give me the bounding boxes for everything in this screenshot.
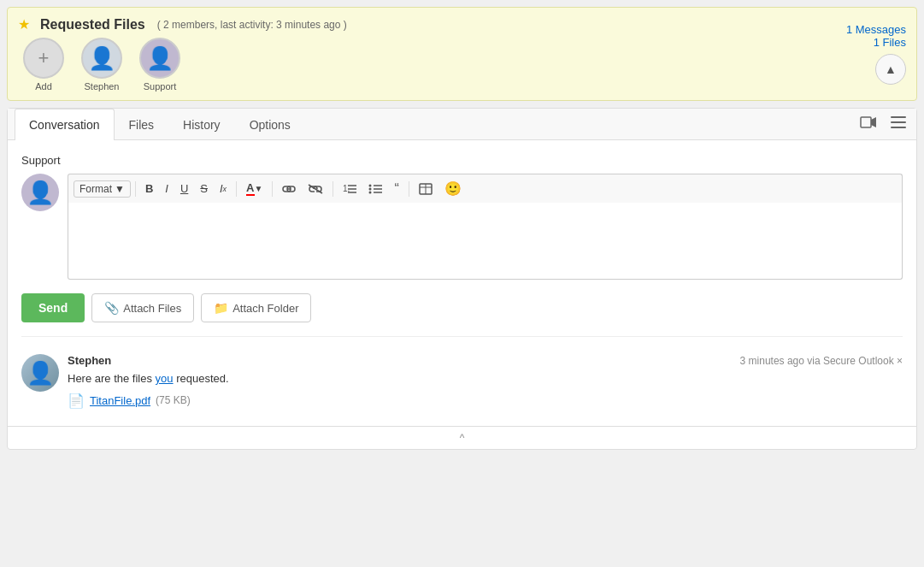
text-color-button[interactable]: A ▼ bbox=[241, 179, 268, 198]
send-button[interactable]: Send bbox=[21, 293, 85, 322]
underline-button[interactable]: U bbox=[175, 180, 193, 198]
attach-files-button[interactable]: 📎 Attach Files bbox=[91, 293, 194, 322]
camera-icon-button[interactable] bbox=[856, 113, 880, 135]
stephen-label: Stephen bbox=[85, 81, 120, 92]
group-title-row: ★ Requested Files ( 2 members, last acti… bbox=[18, 16, 347, 32]
bold-button[interactable]: B bbox=[140, 180, 158, 198]
svg-point-12 bbox=[369, 187, 372, 190]
message-meta: 3 minutes ago via Secure Outlook × bbox=[740, 355, 903, 367]
message-link[interactable]: you bbox=[156, 372, 174, 385]
bottom-arrow-icon: ^ bbox=[460, 432, 465, 444]
stephen-figure-icon: 👤 bbox=[88, 45, 115, 72]
star-icon: ★ bbox=[18, 16, 30, 32]
stephen-avatar[interactable]: 👤 bbox=[81, 38, 122, 79]
support-label: Support bbox=[144, 81, 177, 92]
paperclip-icon: 📎 bbox=[104, 301, 119, 315]
svg-rect-3 bbox=[891, 121, 906, 123]
message-editor[interactable] bbox=[68, 203, 903, 280]
group-header-right: 1 Messages 1 Files ▲ bbox=[846, 23, 906, 85]
color-chevron-icon: ▼ bbox=[255, 184, 263, 193]
tabs-left: Conversation Files History Options bbox=[15, 109, 305, 139]
action-buttons: Send 📎 Attach Files 📁 Attach Folder bbox=[21, 293, 903, 322]
link-button[interactable] bbox=[277, 182, 301, 196]
member-support[interactable]: 👤 Support bbox=[134, 38, 185, 92]
italic-button[interactable]: I bbox=[160, 180, 174, 198]
message-text: Here are the files you requested. bbox=[68, 370, 903, 387]
format-dropdown-button[interactable]: Format ▼ bbox=[74, 180, 131, 198]
clear-format-button[interactable]: Ix bbox=[215, 180, 232, 198]
support-avatar[interactable]: 👤 bbox=[139, 38, 180, 79]
tabs-right bbox=[856, 113, 909, 135]
attach-files-label: Attach Files bbox=[123, 302, 181, 315]
toolbar-sep-5 bbox=[409, 181, 409, 197]
message-body: Stephen 3 minutes ago via Secure Outlook… bbox=[68, 354, 903, 409]
tab-files[interactable]: Files bbox=[115, 109, 169, 140]
message-counts: 1 Messages 1 Files bbox=[846, 23, 906, 49]
strikethrough-button[interactable]: S bbox=[195, 180, 213, 198]
message-divider bbox=[21, 336, 903, 337]
folder-icon: 📁 bbox=[214, 301, 228, 315]
tab-conversation[interactable]: Conversation bbox=[15, 109, 115, 140]
files-link[interactable]: 1 Files bbox=[874, 36, 906, 49]
pdf-icon: 📄 bbox=[68, 393, 85, 409]
tab-options[interactable]: Options bbox=[235, 109, 305, 140]
group-header-left: ★ Requested Files ( 2 members, last acti… bbox=[18, 16, 347, 92]
toolbar-sep-3 bbox=[272, 181, 273, 197]
tab-history[interactable]: History bbox=[168, 109, 235, 140]
composer-avatar: 👤 bbox=[21, 174, 59, 211]
stephen-avatar-icon: 👤 bbox=[26, 360, 54, 387]
member-add[interactable]: + Add bbox=[18, 38, 69, 92]
composer-right: Format ▼ B I U S Ix A ▼ bbox=[68, 174, 903, 280]
svg-marker-1 bbox=[871, 117, 876, 127]
group-title: Requested Files bbox=[40, 17, 145, 32]
attachment-size: (75 KB) bbox=[156, 394, 191, 406]
toolbar-sep-4 bbox=[333, 181, 333, 197]
message-sender: Stephen bbox=[68, 354, 111, 367]
message-header: Stephen 3 minutes ago via Secure Outlook… bbox=[68, 354, 903, 367]
unordered-list-button[interactable] bbox=[363, 180, 387, 198]
composer-avatar-icon: 👤 bbox=[26, 180, 54, 206]
message-item: 👤 Stephen 3 minutes ago via Secure Outlo… bbox=[21, 351, 903, 412]
bottom-bar[interactable]: ^ bbox=[8, 426, 916, 449]
toolbar-sep-2 bbox=[236, 181, 237, 197]
text-color-icon: A bbox=[246, 181, 254, 196]
conversation-body: Support 👤 Format ▼ B I U S Ix bbox=[8, 140, 916, 426]
add-label: Add bbox=[35, 81, 52, 92]
support-figure-icon: 👤 bbox=[146, 45, 174, 72]
attach-folder-label: Attach Folder bbox=[232, 302, 298, 315]
message-attachment: 📄 TitanFile.pdf (75 KB) bbox=[68, 393, 903, 409]
stephen-message-avatar: 👤 bbox=[21, 354, 59, 392]
ordered-list-button[interactable]: 1. bbox=[338, 180, 362, 198]
attach-folder-button[interactable]: 📁 Attach Folder bbox=[201, 293, 311, 322]
formatting-toolbar: Format ▼ B I U S Ix A ▼ bbox=[68, 174, 903, 203]
tabs-bar: Conversation Files History Options bbox=[8, 109, 916, 140]
svg-point-11 bbox=[369, 184, 372, 186]
main-area: Conversation Files History Options bbox=[7, 108, 917, 450]
blockquote-button[interactable]: “ bbox=[389, 179, 403, 199]
toolbar-sep-1 bbox=[135, 181, 136, 197]
svg-rect-0 bbox=[861, 117, 871, 127]
svg-point-13 bbox=[369, 191, 372, 193]
svg-rect-2 bbox=[891, 116, 906, 118]
recipient-label: Support bbox=[21, 154, 903, 167]
emoji-button[interactable]: 🙂 bbox=[439, 178, 467, 199]
format-chevron-icon: ▼ bbox=[115, 183, 125, 195]
format-label: Format bbox=[79, 183, 112, 195]
svg-rect-4 bbox=[891, 127, 906, 128]
collapse-button[interactable]: ▲ bbox=[875, 54, 906, 85]
plus-icon: + bbox=[38, 47, 50, 69]
group-meta: ( 2 members, last activity: 3 minutes ag… bbox=[157, 19, 347, 31]
menu-icon-button[interactable] bbox=[887, 113, 909, 135]
unlink-button[interactable] bbox=[303, 181, 328, 197]
add-member-avatar[interactable]: + bbox=[23, 38, 64, 79]
member-stephen[interactable]: 👤 Stephen bbox=[76, 38, 127, 92]
table-button[interactable] bbox=[414, 180, 438, 198]
group-header: ★ Requested Files ( 2 members, last acti… bbox=[7, 7, 917, 101]
messages-link[interactable]: 1 Messages bbox=[846, 23, 906, 36]
members-row: + Add 👤 Stephen 👤 Support bbox=[18, 38, 347, 92]
composer: 👤 Format ▼ B I U S Ix A bbox=[21, 174, 903, 280]
attachment-link[interactable]: TitanFile.pdf bbox=[90, 394, 150, 407]
